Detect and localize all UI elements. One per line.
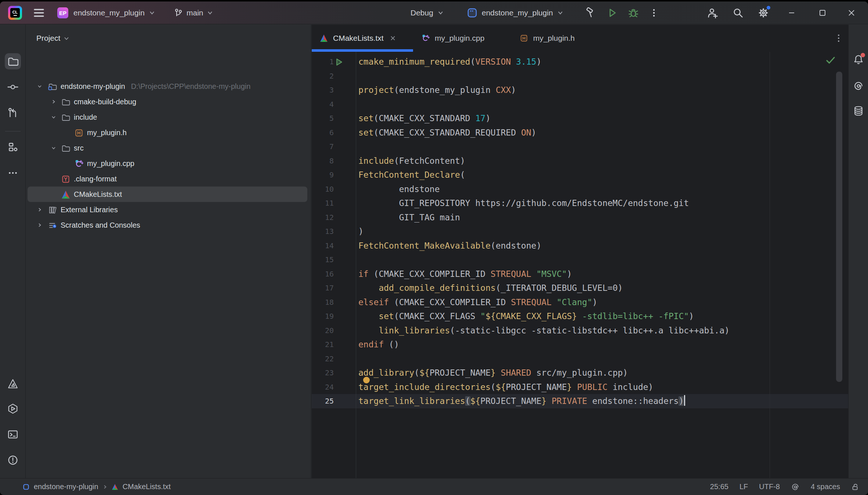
code-line-18[interactable]: 18elseif (CMAKE_CXX_COMPILER_ID STREQUAL… [312, 295, 848, 310]
line-number[interactable]: 20 [312, 324, 334, 338]
tree-item-project-root[interactable]: endstone-my-pluginD:\Projects\CPP\endsto… [28, 79, 307, 94]
line-number[interactable]: 23 [312, 366, 334, 380]
line-number[interactable]: 12 [312, 210, 334, 225]
main-menu-button[interactable] [33, 1, 45, 24]
code-line-8[interactable]: 8include(FetchContent) [312, 154, 848, 168]
code-line-4[interactable]: 4 [312, 97, 848, 112]
tree-item-include[interactable]: include [28, 109, 307, 125]
tree-item-my-plugin-cpp[interactable]: my_plugin.cpp [28, 156, 307, 171]
code-line-24[interactable]: 24target_include_directories(${PROJECT_N… [312, 380, 848, 394]
tree-item-clang-format[interactable]: .clang-format [28, 171, 307, 187]
settings-button[interactable] [757, 1, 770, 24]
line-number[interactable]: 19 [312, 309, 334, 324]
tool-terminal-button[interactable] [5, 426, 21, 442]
code-line-22[interactable]: 22 [312, 352, 848, 366]
line-number[interactable]: 6 [312, 126, 334, 140]
tree-item-my-plugin-h[interactable]: my_plugin.h [28, 125, 307, 140]
code-line-13[interactable]: 13) [312, 224, 848, 239]
chevron-right-icon[interactable] [51, 99, 56, 104]
chevron-down-icon[interactable] [51, 145, 56, 151]
code-line-12[interactable]: 12 GIT_TAG main [312, 210, 848, 225]
code-line-17[interactable]: 17 add_compile_definitions(_ITERATOR_DEB… [312, 281, 848, 295]
tool-commit-button[interactable] [5, 79, 21, 95]
line-number[interactable]: 11 [312, 196, 334, 210]
close-button[interactable] [840, 1, 863, 24]
line-number[interactable]: 21 [312, 337, 334, 352]
line-number[interactable]: 7 [312, 140, 334, 154]
clion-logo-icon[interactable]: CL [8, 1, 22, 24]
debug-button[interactable] [628, 1, 639, 24]
more-run-options-button[interactable] [649, 1, 659, 24]
intention-bulb-icon[interactable] [363, 377, 370, 383]
close-tab-icon[interactable] [390, 35, 396, 41]
encoding-widget[interactable]: UTF-8 [759, 483, 780, 491]
tool-cmake-button[interactable] [5, 376, 21, 392]
project-panel-header[interactable]: Project [36, 33, 69, 44]
code-line-20[interactable]: 20 link_libraries(-static-libgcc -static… [312, 324, 848, 338]
tab-my-plugin-cpp[interactable]: my_plugin.cpp [413, 25, 511, 52]
run-gutter-icon[interactable] [336, 58, 343, 67]
file-lock-widget[interactable] [851, 483, 860, 491]
code-line-16[interactable]: 16if (CMAKE_CXX_COMPILER_ID STREQUAL "MS… [312, 267, 848, 281]
line-separator-widget[interactable]: LF [739, 483, 748, 491]
code-line-21[interactable]: 21endif () [312, 337, 848, 352]
tab-options-button[interactable] [833, 33, 844, 44]
line-number[interactable]: 3 [312, 83, 334, 97]
tool-problems-button[interactable] [5, 452, 21, 468]
tool-project-button[interactable] [5, 53, 21, 69]
line-number[interactable]: 25 [312, 394, 334, 408]
run-configuration-selector[interactable]: endstone_my_plugin [467, 1, 563, 24]
line-number[interactable]: 10 [312, 182, 334, 196]
project-widget[interactable]: EP endstone_my_plugin [57, 1, 155, 24]
tree-item-src[interactable]: src [28, 140, 307, 156]
chevron-right-icon[interactable] [37, 223, 42, 228]
database-button[interactable] [851, 104, 866, 118]
line-number[interactable]: 8 [312, 154, 334, 168]
code-line-19[interactable]: 19 set(CMAKE_CXX_FLAGS "${CMAKE_CXX_FLAG… [312, 309, 848, 324]
notifications-button[interactable] [851, 53, 866, 68]
code-line-2[interactable]: 2 [312, 69, 848, 83]
code-line-7[interactable]: 7 [312, 140, 848, 154]
line-number[interactable]: 13 [312, 224, 334, 239]
code-with-me-button[interactable] [706, 1, 718, 24]
code-line-25[interactable]: 25target_link_libraries(${PROJECT_NAME} … [312, 394, 848, 408]
chevron-down-icon[interactable] [51, 115, 56, 120]
build-button[interactable] [585, 1, 596, 24]
code-line-10[interactable]: 10 endstone [312, 182, 848, 196]
tree-item-scratches[interactable]: Scratches and Consoles [28, 217, 307, 233]
code-line-6[interactable]: 6set(CMAKE_CXX_STANDARD_REQUIRED ON) [312, 126, 848, 140]
proofread-widget[interactable] [791, 483, 800, 491]
code-line-15[interactable]: 15 [312, 253, 848, 267]
tree-item-external-libraries[interactable]: External Libraries [28, 202, 307, 217]
tree-item-cmake-build-debug[interactable]: cmake-build-debug [28, 94, 307, 109]
line-number[interactable]: 4 [312, 97, 334, 112]
maximize-button[interactable] [811, 1, 834, 24]
line-number[interactable]: 5 [312, 111, 334, 126]
tree-item-cmakelists-selected[interactable]: CMakeLists.txt [28, 187, 307, 202]
indent-widget[interactable]: 4 spaces [811, 483, 840, 491]
code-line-14[interactable]: 14FetchContent_MakeAvailable(endstone) [312, 239, 848, 253]
chevron-right-icon[interactable] [37, 207, 42, 212]
tool-pull-requests-button[interactable] [5, 105, 21, 121]
code-line-3[interactable]: 3project(endstone_my_plugin CXX) [312, 83, 848, 97]
breadcrumb-project[interactable]: endstone-my-plugin [34, 483, 98, 491]
line-number[interactable]: 14 [312, 239, 334, 253]
line-number[interactable]: 16 [312, 267, 334, 281]
line-number[interactable]: 9 [312, 168, 334, 182]
tool-services-button[interactable] [5, 401, 21, 417]
line-number[interactable]: 17 [312, 281, 334, 295]
code-line-5[interactable]: 5set(CMAKE_CXX_STANDARD 17) [312, 111, 848, 126]
ai-assistant-button[interactable] [851, 79, 866, 93]
search-everywhere-button[interactable] [732, 1, 744, 24]
breadcrumb-file[interactable]: CMakeLists.txt [123, 483, 171, 491]
tool-structure-button[interactable] [5, 139, 21, 155]
code-editor[interactable]: 1cmake_minimum_required(VERSION 3.15)23p… [312, 52, 848, 478]
tab-cmakelists[interactable]: CMakeLists.txt [312, 25, 413, 52]
tab-my-plugin-h[interactable]: my_plugin.h [511, 25, 600, 52]
build-type-selector[interactable]: Debug [411, 1, 444, 24]
line-number[interactable]: 22 [312, 352, 334, 366]
code-line-11[interactable]: 11 GIT_REPOSITORY https://github.com/End… [312, 196, 848, 210]
line-number[interactable]: 2 [312, 69, 334, 83]
code-line-1[interactable]: 1cmake_minimum_required(VERSION 3.15) [312, 55, 848, 69]
code-line-9[interactable]: 9FetchContent_Declare( [312, 168, 848, 182]
